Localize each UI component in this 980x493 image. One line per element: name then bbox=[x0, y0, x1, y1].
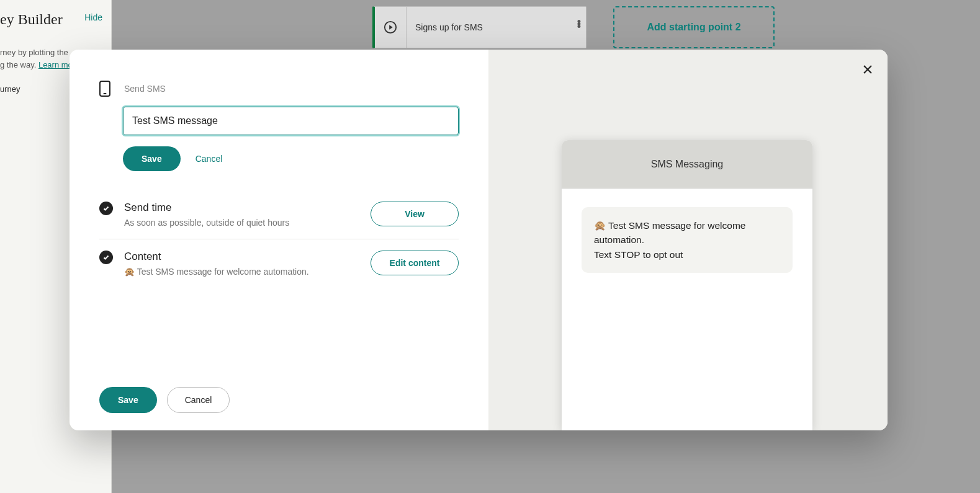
preview-header: SMS Messaging bbox=[562, 140, 812, 189]
desc-line-2: g the way. bbox=[0, 60, 38, 69]
check-icon bbox=[99, 251, 113, 264]
cancel-button[interactable]: Cancel bbox=[167, 387, 230, 413]
close-icon[interactable] bbox=[860, 62, 875, 77]
hide-sidebar-link[interactable]: Hide bbox=[84, 12, 102, 22]
sms-bubble: 🙊 Test SMS message for welcome automatio… bbox=[582, 207, 793, 273]
check-icon bbox=[99, 202, 113, 215]
send-time-subtitle: As soon as possible, outside of quiet ho… bbox=[124, 218, 371, 228]
kebab-menu-icon[interactable]: ••• bbox=[577, 20, 581, 28]
send-sms-modal: Send SMS Save Cancel Send time As soon a… bbox=[70, 50, 888, 430]
modal-footer: Save Cancel bbox=[99, 387, 230, 413]
modal-preview-panel: SMS Messaging 🙊 Test SMS message for wel… bbox=[488, 50, 888, 430]
content-title: Content bbox=[124, 251, 371, 263]
send-time-section: Send time As soon as possible, outside o… bbox=[99, 190, 459, 239]
starting-point-label: Signs up for SMS bbox=[407, 22, 483, 32]
edit-content-button[interactable]: Edit content bbox=[371, 251, 459, 275]
content-section: Content 🙊 Test SMS message for welcome a… bbox=[99, 239, 459, 288]
desc-line-1: rney by plotting the bbox=[0, 48, 68, 57]
save-button[interactable]: Save bbox=[99, 387, 157, 413]
modal-header: Send SMS bbox=[99, 81, 459, 97]
modal-subtitle: Send SMS bbox=[124, 84, 166, 94]
starting-point-card[interactable]: Signs up for SMS ••• bbox=[372, 6, 587, 48]
learn-more-link[interactable]: Learn mo bbox=[38, 60, 73, 69]
inline-save-button[interactable]: Save bbox=[123, 146, 181, 171]
view-send-time-button[interactable]: View bbox=[371, 202, 459, 226]
play-icon bbox=[375, 20, 406, 34]
send-time-title: Send time bbox=[124, 202, 371, 214]
inline-cancel-link[interactable]: Cancel bbox=[196, 154, 223, 164]
modal-form-panel: Send SMS Save Cancel Send time As soon a… bbox=[70, 50, 488, 430]
sms-name-input[interactable] bbox=[123, 107, 459, 135]
sms-preview: SMS Messaging 🙊 Test SMS message for wel… bbox=[562, 140, 812, 430]
content-subtitle: 🙊 Test SMS message for welcome automatio… bbox=[124, 267, 371, 277]
add-starting-point-button[interactable]: Add starting point 2 bbox=[613, 6, 775, 48]
phone-icon bbox=[99, 81, 110, 97]
